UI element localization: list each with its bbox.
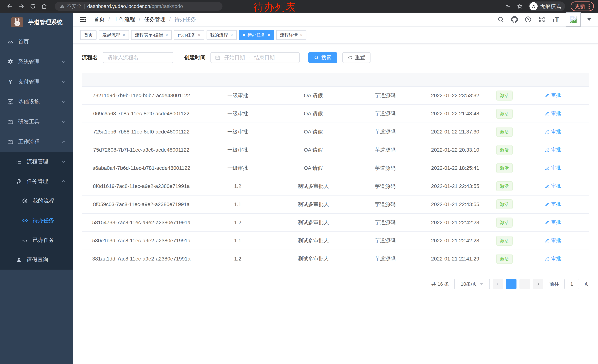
password-key-icon[interactable] xyxy=(505,3,511,9)
sidebar-subitem[interactable]: 待办任务 xyxy=(0,211,73,230)
chevron-down-icon xyxy=(61,80,66,84)
bookmark-star-icon[interactable] xyxy=(517,3,523,9)
reset-button[interactable]: 重置 xyxy=(342,52,371,63)
tag-view-tab[interactable]: 发起流程 × xyxy=(99,30,129,40)
table-row: 8f0d1619-7ac8-11ec-a9e2-a2380e71991a 1.2… xyxy=(82,177,589,195)
approve-link[interactable]: 审批 xyxy=(545,237,561,244)
avatar-caret-icon[interactable] xyxy=(587,18,591,21)
briefcase-icon xyxy=(6,138,15,145)
sidebar-collapse-button[interactable] xyxy=(79,16,87,23)
tab-close-icon[interactable]: × xyxy=(165,32,168,37)
help-icon[interactable] xyxy=(525,16,532,23)
process-name-label: 流程名 xyxy=(82,54,98,61)
sidebar-item[interactable]: 基础设施 xyxy=(0,92,73,112)
task-name-cell: 一级审批 xyxy=(201,87,274,105)
goto-page-input[interactable] xyxy=(564,279,579,289)
breadcrumb-task-manage[interactable]: 任务管理 xyxy=(144,16,166,23)
approve-link[interactable]: 审批 xyxy=(545,219,561,226)
sidebar-subitem[interactable]: 已办任务 xyxy=(0,230,73,250)
sidebar-item[interactable]: 工作流程 xyxy=(0,132,73,152)
chrome-menu-icon[interactable] xyxy=(589,4,590,9)
sidebar-item[interactable]: 首页 xyxy=(0,32,73,52)
tab-close-icon[interactable]: × xyxy=(198,32,200,37)
status-cell: 激活 xyxy=(492,177,516,195)
search-button[interactable]: 搜索 xyxy=(308,52,337,63)
tag-view-tab[interactable]: 首页 xyxy=(80,30,97,40)
approve-link[interactable]: 审批 xyxy=(545,128,561,135)
fullscreen-icon[interactable] xyxy=(538,16,545,23)
page-number-button[interactable] xyxy=(519,279,530,289)
date-range-picker[interactable]: 开始日期 - 结束日期 xyxy=(210,52,300,63)
github-icon[interactable] xyxy=(511,16,518,23)
not-secure-warning[interactable]: 不安全 xyxy=(60,3,82,10)
sidebar-subitem-label: 流程管理 xyxy=(27,158,48,165)
sidebar-item-label: 系统管理 xyxy=(18,58,40,65)
sidebar-logo[interactable]: 芋道管理系统 xyxy=(0,13,73,32)
starter-cell: 芋道源码 xyxy=(352,87,418,105)
page-number-list xyxy=(506,279,530,289)
table-row: 8f059c03-7ac8-11ec-a9e2-a2380e71991a 1.1… xyxy=(82,195,589,214)
reset-button-label: 重置 xyxy=(355,54,365,61)
chrome-update-button[interactable]: 更新 xyxy=(571,1,594,11)
tag-view-tab[interactable]: 我的流程 × xyxy=(207,30,237,40)
sidebar-item[interactable]: 系统管理 xyxy=(0,52,73,72)
sidebar-subitem[interactable]: 请假查询 xyxy=(0,250,73,270)
sidebar-subitem[interactable]: 我的流程 xyxy=(0,191,73,211)
address-bar[interactable]: 不安全 dashboard.yudao.iocoder.cn/bpm/task/… xyxy=(55,2,223,11)
sidebar-item[interactable]: 研发工具 xyxy=(0,112,73,132)
table-row: 73211d9d-7b9b-11ec-b5b7-acde48001122 一级审… xyxy=(82,87,589,105)
status-badge: 激活 xyxy=(496,199,513,209)
approve-link[interactable]: 审批 xyxy=(545,165,561,171)
approve-link[interactable]: 审批 xyxy=(545,92,561,98)
approve-link[interactable]: 审批 xyxy=(545,110,561,117)
next-page-button[interactable] xyxy=(533,279,543,289)
font-size-icon[interactable]: TT xyxy=(552,16,559,24)
tab-label: 我的流程 xyxy=(210,32,228,38)
sidebar-subitem[interactable]: 任务管理 xyxy=(0,171,73,191)
approve-label: 审批 xyxy=(551,237,561,244)
process-name-input[interactable] xyxy=(103,52,173,63)
process-cell: OA 请假 xyxy=(274,123,352,141)
tag-view-tab[interactable]: 流程表单-编辑 × xyxy=(131,30,172,40)
tab-close-icon[interactable]: × xyxy=(267,32,270,37)
tag-view-tab[interactable]: 流程详情 × xyxy=(276,30,307,40)
header-actions: TT xyxy=(497,12,591,27)
tab-close-icon[interactable]: × xyxy=(230,32,233,37)
task-id-cell: a6aba0a4-7b6d-11ec-b781-acde48001122 xyxy=(82,159,201,177)
task-name-cell: 1.1 xyxy=(201,232,274,250)
approve-link[interactable]: 审批 xyxy=(545,201,561,207)
home-button[interactable] xyxy=(39,0,50,12)
sidebar-subitem-label: 待办任务 xyxy=(33,217,54,224)
status-cell: 激活 xyxy=(492,87,516,105)
reload-button[interactable] xyxy=(27,0,39,12)
task-name-cell: 一级审批 xyxy=(201,105,274,123)
process-cell: OA 请假 xyxy=(274,105,352,123)
status-badge: 激活 xyxy=(496,127,513,137)
approve-link[interactable]: 审批 xyxy=(545,255,561,262)
create-time-cell: 2022-01-22 21:37:30 xyxy=(418,123,492,141)
status-badge: 激活 xyxy=(496,181,513,191)
tag-view-tab[interactable]: 已办任务 × xyxy=(174,30,204,40)
search-icon[interactable] xyxy=(497,16,504,23)
sidebar-subitem[interactable]: 流程管理 xyxy=(0,152,73,171)
back-button[interactable] xyxy=(4,0,16,12)
process-cell: OA 请假 xyxy=(274,159,352,177)
approve-link[interactable]: 审批 xyxy=(545,183,561,189)
prev-page-button[interactable] xyxy=(493,279,503,289)
status-badge: 激活 xyxy=(496,236,513,245)
tab-label: 流程详情 xyxy=(280,32,298,38)
tab-close-icon[interactable]: × xyxy=(300,32,303,37)
forward-button[interactable] xyxy=(16,0,27,12)
sidebar-item[interactable]: ¥ 支付管理 xyxy=(0,72,73,92)
approve-link[interactable]: 审批 xyxy=(545,146,561,153)
page-size-select[interactable]: 10条/页 xyxy=(454,279,490,289)
page-number-button[interactable] xyxy=(506,279,516,289)
table-row: a6aba0a4-7b6d-11ec-b781-acde48001122 一级审… xyxy=(82,159,589,177)
tag-view-tab[interactable]: 待办任务 × xyxy=(239,30,274,40)
avatar[interactable] xyxy=(566,12,581,27)
action-cell: 审批 xyxy=(516,141,589,159)
breadcrumb-workflow[interactable]: 工作流程 xyxy=(114,16,135,23)
incognito-icon xyxy=(530,2,538,10)
tab-close-icon[interactable]: × xyxy=(123,32,125,37)
breadcrumb-home[interactable]: 首页 xyxy=(94,16,105,23)
